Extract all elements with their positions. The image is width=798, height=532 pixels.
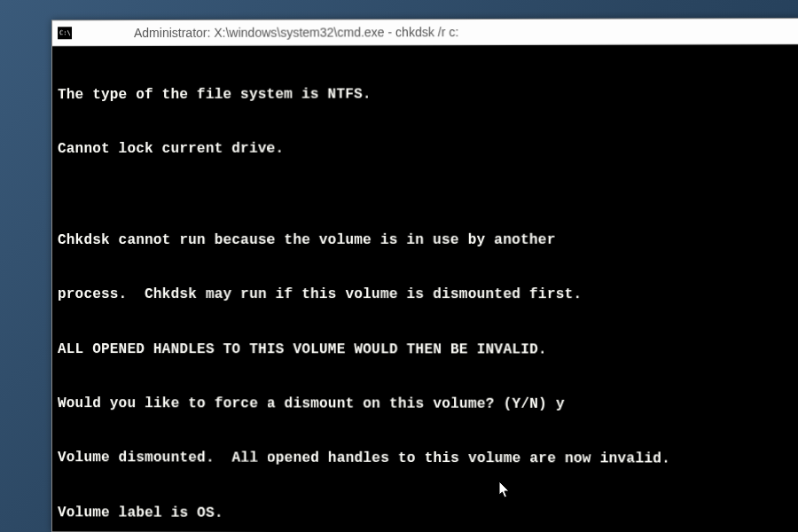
- cmd-icon: C:\.: [58, 27, 72, 39]
- console-line: Chkdsk cannot run because the volume is …: [58, 231, 797, 249]
- window-title: Administrator: X:\windows\system32\cmd.e…: [134, 25, 458, 40]
- console-line: Cannot lock current drive.: [58, 139, 797, 159]
- console-line: process. Chkdsk may run if this volume i…: [58, 286, 798, 304]
- cmd-window: C:\. Administrator: X:\windows\system32\…: [51, 18, 798, 532]
- console-line: Would you like to force a dismount on th…: [58, 395, 798, 414]
- titlebar[interactable]: C:\. Administrator: X:\windows\system32\…: [52, 19, 798, 46]
- console-line: ALL OPENED HANDLES TO THIS VOLUME WOULD …: [58, 340, 798, 359]
- console-output[interactable]: The type of the file system is NTFS. Can…: [52, 44, 798, 532]
- console-line: The type of the file system is NTFS.: [58, 84, 797, 104]
- console-line: Volume label is OS.: [58, 504, 798, 524]
- console-line: Volume dismounted. All opened handles to…: [58, 449, 798, 468]
- console-line: [58, 194, 797, 195]
